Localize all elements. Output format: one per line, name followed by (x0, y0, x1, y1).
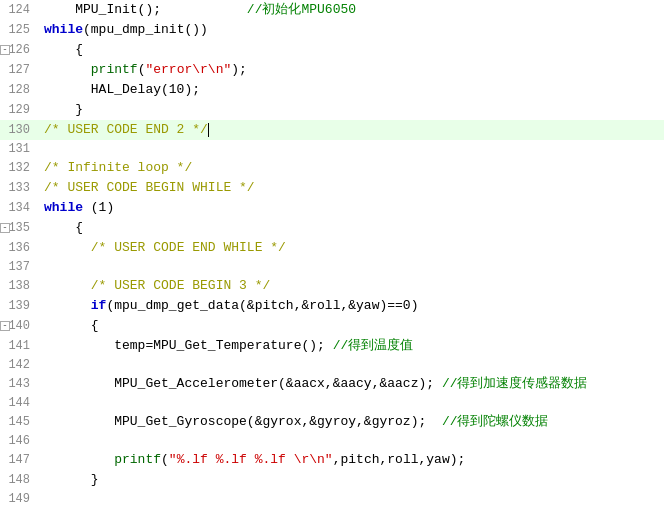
token-normal: } (44, 102, 83, 117)
token-str: "error\r\n" (145, 62, 231, 77)
code-row: 127 printf("error\r\n"); (0, 60, 664, 80)
fold-icon[interactable]: - (0, 223, 10, 233)
token-kw: while (44, 200, 83, 215)
code-row: -140 { (0, 316, 664, 336)
line-number: 146 (8, 434, 34, 448)
code-content: /* Infinite loop */ (38, 158, 664, 178)
line-gutter: 130 (0, 120, 38, 140)
code-content: HAL_Delay(10); (38, 80, 664, 100)
code-row: 144 (0, 394, 664, 412)
code-row: 145 MPU_Get_Gyroscope(&gyrox,&gyroy,&gyr… (0, 412, 664, 432)
token-normal: MPU_Get_Gyroscope(&gyrox,&gyroy,&gyroz); (44, 414, 442, 429)
line-gutter: 147 (0, 450, 38, 470)
code-content (38, 490, 664, 505)
line-number: 131 (8, 142, 34, 156)
code-content: /* USER CODE BEGIN WHILE */ (38, 178, 664, 198)
line-number: 149 (8, 492, 34, 505)
code-content: /* USER CODE END WHILE */ (38, 238, 664, 258)
code-content (38, 432, 664, 450)
token-normal: { (44, 220, 83, 235)
token-normal: ); (231, 62, 247, 77)
line-gutter: 149 (0, 490, 38, 505)
token-normal (44, 240, 91, 255)
line-gutter: 127 (0, 60, 38, 80)
code-row: 147 printf("%.lf %.lf %.lf \r\n",pitch,r… (0, 450, 664, 470)
line-number: 132 (8, 161, 34, 175)
code-row: 124 MPU_Init(); //初始化MPU6050 (0, 0, 664, 20)
code-row: 139 if(mpu_dmp_get_data(&pitch,&roll,&ya… (0, 296, 664, 316)
token-comment-green: //得到温度值 (333, 338, 414, 353)
line-gutter: 124 (0, 0, 38, 20)
code-content: if(mpu_dmp_get_data(&pitch,&roll,&yaw)==… (38, 296, 664, 316)
code-content (38, 140, 664, 158)
token-kw: while (44, 22, 83, 37)
line-gutter: 129 (0, 100, 38, 120)
line-gutter: 141 (0, 336, 38, 356)
line-gutter: -126 (0, 40, 38, 60)
fold-icon[interactable]: - (0, 45, 10, 55)
code-row: 143 MPU_Get_Accelerometer(&aacx,&aacy,&a… (0, 374, 664, 394)
code-editor: 124 MPU_Init(); //初始化MPU6050125while(mpu… (0, 0, 664, 505)
line-gutter: 143 (0, 374, 38, 394)
code-content: } (38, 470, 664, 490)
line-gutter: 139 (0, 296, 38, 316)
line-gutter: 125 (0, 20, 38, 40)
code-content: while(mpu_dmp_init()) (38, 20, 664, 40)
token-kw: if (91, 298, 107, 313)
token-fn: printf (91, 62, 138, 77)
fold-icon[interactable]: - (0, 321, 10, 331)
code-content: printf("%.lf %.lf %.lf \r\n",pitch,roll,… (38, 450, 664, 470)
code-content: { (38, 316, 664, 336)
token-normal: ( (161, 452, 169, 467)
token-normal: } (44, 472, 99, 487)
token-comment: /* USER CODE END 2 */ (44, 122, 208, 137)
line-number: 134 (8, 201, 34, 215)
line-gutter: 128 (0, 80, 38, 100)
code-row: 128 HAL_Delay(10); (0, 80, 664, 100)
token-normal (44, 452, 114, 467)
code-row: 130/* USER CODE END 2 */ (0, 120, 664, 140)
code-row: -135 { (0, 218, 664, 238)
line-number: 147 (8, 453, 34, 467)
line-gutter: 146 (0, 432, 38, 450)
line-number: 144 (8, 396, 34, 410)
line-number: 128 (8, 83, 34, 97)
line-number: 130 (8, 123, 34, 137)
code-row: 146 (0, 432, 664, 450)
code-content (38, 394, 664, 412)
code-row: -126 { (0, 40, 664, 60)
token-normal: (mpu_dmp_init()) (83, 22, 208, 37)
code-content: MPU_Get_Accelerometer(&aacx,&aacy,&aacz)… (38, 374, 664, 394)
code-content: MPU_Get_Gyroscope(&gyrox,&gyroy,&gyroz);… (38, 412, 664, 432)
code-content: { (38, 40, 664, 60)
token-normal: ,pitch,roll,yaw); (333, 452, 466, 467)
line-number: 129 (8, 103, 34, 117)
line-number: 139 (8, 299, 34, 313)
token-normal: (mpu_dmp_get_data(&pitch,&roll,&yaw)==0) (106, 298, 418, 313)
line-gutter: 136 (0, 238, 38, 258)
line-gutter: 132 (0, 158, 38, 178)
line-number: 135 (8, 221, 34, 235)
line-number: 143 (8, 377, 34, 391)
code-content (38, 258, 664, 276)
line-gutter: 142 (0, 356, 38, 374)
line-number: 124 (8, 3, 34, 17)
code-row: 141 temp=MPU_Get_Temperature(); //得到温度值 (0, 336, 664, 356)
code-content: /* USER CODE BEGIN 3 */ (38, 276, 664, 296)
line-number: 137 (8, 260, 34, 274)
code-row: 125while(mpu_dmp_init()) (0, 20, 664, 40)
line-gutter: 145 (0, 412, 38, 432)
code-content: MPU_Init(); //初始化MPU6050 (38, 0, 664, 20)
token-comment: /* USER CODE END WHILE */ (91, 240, 286, 255)
token-normal (44, 298, 91, 313)
line-number: 138 (8, 279, 34, 293)
code-content: while (1) (38, 198, 664, 218)
token-comment-green: //得到加速度传感器数据 (442, 376, 588, 391)
token-normal: HAL_Delay(10); (44, 82, 200, 97)
code-row: 132/* Infinite loop */ (0, 158, 664, 178)
code-content (38, 356, 664, 374)
line-number: 136 (8, 241, 34, 255)
line-gutter: 137 (0, 258, 38, 276)
token-comment-green: //初始化MPU6050 (247, 2, 356, 17)
line-gutter: 144 (0, 394, 38, 412)
